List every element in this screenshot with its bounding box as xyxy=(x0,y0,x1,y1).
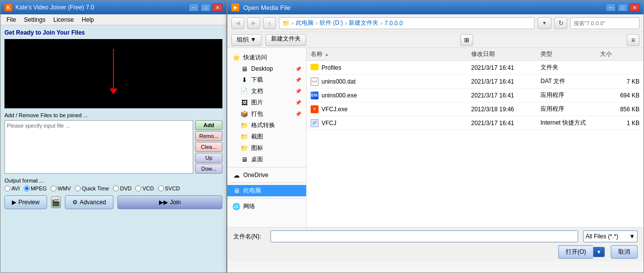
path-dropdown-btn[interactable]: ▼ xyxy=(537,17,551,29)
network-label: 网络 xyxy=(243,202,255,211)
down-button[interactable]: Dow... xyxy=(195,164,222,174)
organize-button[interactable]: 组织 ▼ xyxy=(231,34,262,46)
file-type-unins000dat: DAT 文件 xyxy=(540,77,600,86)
close-btn[interactable]: ✕ xyxy=(213,3,222,11)
dialog-minimize-btn[interactable]: ─ xyxy=(606,3,616,11)
preview-label: Preview xyxy=(18,199,40,206)
files-placeholder: Please specify input file ... xyxy=(7,123,70,129)
sidebar-item-thispc[interactable]: 🖥 此电脑 xyxy=(227,185,306,196)
file-modified-vfcj: 2021/3/17 16:41 xyxy=(471,120,540,127)
format-quicktime[interactable]: Quick Time xyxy=(75,185,109,191)
file-list-header: 名称 ▲ 修改日期 类型 大小 xyxy=(307,48,644,61)
filename-label: 文件名(N): xyxy=(233,232,266,241)
dialog-maximize-btn[interactable]: □ xyxy=(618,3,628,11)
file-size-unins000dat: 7 KB xyxy=(600,78,640,85)
folder-icon xyxy=(311,64,319,72)
preview-thumb-btn[interactable]: 🎬 xyxy=(51,196,61,208)
menu-settings[interactable]: Settings xyxy=(20,15,49,24)
dialog-close-btn[interactable]: ✕ xyxy=(630,3,640,11)
format-mpeg[interactable]: MPEG xyxy=(24,185,47,191)
files-label: Add / Remove Files to be joined ... xyxy=(4,112,222,118)
col-modified-header[interactable]: 修改日期 xyxy=(471,50,540,58)
up-folder-button[interactable]: ↑ xyxy=(263,17,276,29)
filename-input[interactable] xyxy=(270,230,578,242)
path-crumb-new[interactable]: 新建文件夹 xyxy=(349,19,378,27)
files-list[interactable]: Please specify input file ... xyxy=(4,120,193,174)
forward-button[interactable]: ▶ xyxy=(247,17,260,29)
remove-button[interactable]: Remo... xyxy=(195,131,222,141)
app-icon: K xyxy=(4,3,12,11)
file-name-text: Profiles xyxy=(322,64,341,71)
sidebar-item-network[interactable]: 🌐 网络 xyxy=(227,201,306,212)
pictures-label: 图片 xyxy=(251,98,263,107)
file-name-text2: unins000.dat xyxy=(322,78,356,85)
sidebar-item-screenshot[interactable]: 📁 截图 xyxy=(227,131,306,142)
filetype-dropdown[interactable]: All Files (*.*) ▼ xyxy=(583,230,638,242)
menu-license[interactable]: License xyxy=(50,15,78,24)
col-size-header[interactable]: 大小 xyxy=(600,50,640,58)
open-button[interactable]: 打开(O) xyxy=(558,245,593,259)
file-name-text5: VFCJ xyxy=(322,120,336,127)
file-row-unins000exe[interactable]: EXE unins000.exe 2021/3/17 16:41 应用程序 69… xyxy=(307,89,644,102)
sidebar-item-convert[interactable]: 📁 格式转换 xyxy=(227,120,306,131)
path-crumb-d[interactable]: 软件 (D:) xyxy=(320,19,343,27)
desktop2-label: 桌面 xyxy=(251,155,263,164)
search-input[interactable] xyxy=(570,17,640,29)
filetype-dropdown-arrow: ▼ xyxy=(629,233,635,240)
refresh-button[interactable]: ↻ xyxy=(554,17,567,29)
preview-button[interactable]: ▶ Preview xyxy=(4,195,47,209)
onedrive-icon: ☁ xyxy=(232,171,240,179)
file-row-vfcjexe[interactable]: V VFCJ.exe 2012/3/18 19:46 应用程序 856 KB xyxy=(307,102,644,116)
file-row-profiles[interactable]: Profiles 2021/3/17 16:41 文件夹 xyxy=(307,61,644,75)
new-folder-button[interactable]: 新建文件夹 xyxy=(266,34,306,46)
join-button[interactable]: ▶▶ Join xyxy=(117,195,222,209)
clear-button[interactable]: Clea... xyxy=(195,142,222,152)
menu-file[interactable]: File xyxy=(2,15,20,24)
sidebar-item-pictures[interactable]: 🖼 图片 📌 xyxy=(227,97,306,108)
format-wmv[interactable]: WMV xyxy=(51,185,71,191)
path-crumb-version[interactable]: 7.0.0.0 xyxy=(384,20,403,27)
add-button[interactable]: Add xyxy=(195,120,222,130)
path-crumb-pc[interactable]: 此电脑 xyxy=(296,19,314,27)
dialog-title-icon: ▶ xyxy=(231,3,239,11)
file-name-vfcjexe: V VFCJ.exe xyxy=(311,105,471,113)
sidebar-item-icons[interactable]: 📁 图标 xyxy=(227,142,306,154)
col-name-label: 名称 xyxy=(311,50,322,58)
format-svcd[interactable]: SVCD xyxy=(158,185,180,191)
col-type-label: 类型 xyxy=(540,50,552,58)
format-vcd[interactable]: VCD xyxy=(135,185,154,191)
col-name-header[interactable]: 名称 ▲ xyxy=(311,50,471,58)
file-name-unins000dat: DAT unins000.dat xyxy=(311,78,471,86)
file-row-vfcj[interactable]: 🔗 VFCJ 2021/3/17 16:41 Internet 快捷方式 1 K… xyxy=(307,116,644,130)
format-avi[interactable]: AVI xyxy=(4,185,20,191)
back-button[interactable]: ◀ xyxy=(231,17,244,29)
sidebar-item-quick-access[interactable]: ⭐ 快速访问 xyxy=(227,52,306,63)
cancel-button[interactable]: 取消 xyxy=(611,245,638,259)
advanced-button[interactable]: ⚙ Advanced xyxy=(65,195,113,209)
path-bar[interactable]: 📁 › 此电脑 › 软件 (D:) › 新建文件夹 › 7.0.0.0 xyxy=(279,17,535,29)
organize-label: 组织 ▼ xyxy=(237,36,256,44)
view-toggle-button[interactable]: ⊞ xyxy=(460,34,473,46)
open-dropdown-button[interactable]: ▼ xyxy=(593,247,605,257)
sidebar-item-onedrive[interactable]: ☁ OneDrive xyxy=(227,170,306,181)
sidebar-item-pack[interactable]: 📦 打包 📌 xyxy=(227,108,306,120)
maximize-btn[interactable]: □ xyxy=(201,3,211,11)
sidebar-item-downloads[interactable]: ⬇ 下载 📌 xyxy=(227,74,306,86)
pin-icon2: 📌 xyxy=(295,77,301,83)
up-button[interactable]: Up xyxy=(195,153,222,163)
file-row-unins000dat[interactable]: DAT unins000.dat 2021/3/17 16:41 DAT 文件 … xyxy=(307,75,644,89)
arrow-line xyxy=(113,49,114,89)
view-list-button[interactable]: ≡ xyxy=(627,34,640,46)
action-row: 打开(O) ▼ 取消 xyxy=(233,245,638,259)
file-name-text3: unins000.exe xyxy=(322,92,357,99)
format-dvd[interactable]: DVD xyxy=(113,185,131,191)
sidebar-item-documents[interactable]: 📄 文档 📌 xyxy=(227,86,306,97)
thispc-label: 此电脑 xyxy=(243,186,261,195)
path-sep4: › xyxy=(380,20,382,27)
sidebar-item-desktop2[interactable]: 🖥 桌面 xyxy=(227,154,306,165)
menu-help[interactable]: Help xyxy=(78,15,98,24)
new-folder-label: 新建文件夹 xyxy=(271,35,301,42)
minimize-btn[interactable]: ─ xyxy=(189,3,199,11)
sidebar-item-desktop[interactable]: 🖥 Desktop 📌 xyxy=(227,63,306,74)
col-type-header[interactable]: 类型 xyxy=(540,50,600,58)
